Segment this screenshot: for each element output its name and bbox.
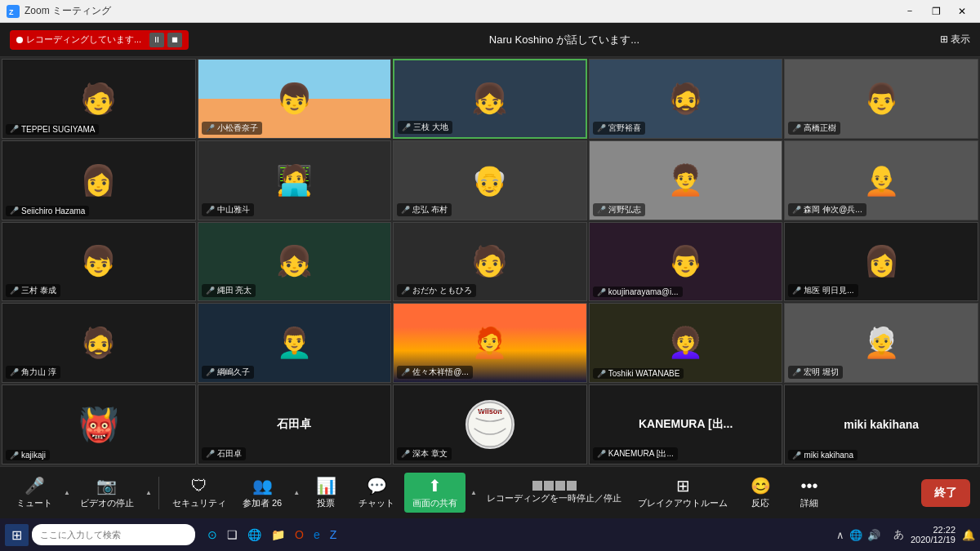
close-button[interactable]: ✕ bbox=[951, 3, 973, 20]
video-cell: 👧 🎤 三枝 大地 bbox=[393, 59, 587, 139]
zoom-toolbar: 🎤 ミュート ▲ 📷 ビデオの停止 ▲ 🛡 セキュリティ 👥 参加者 26 ▲ … bbox=[0, 466, 980, 518]
poll-icon: 📊 bbox=[316, 476, 336, 495]
video-cell: 🧑‍🦲 🎤 森岡 伸次@兵... bbox=[784, 140, 978, 220]
view-button[interactable]: ⊞ 表示 bbox=[940, 33, 970, 47]
reaction-label: 反応 bbox=[751, 497, 769, 509]
zoom-icon: Z bbox=[7, 5, 20, 18]
name-label: 🎤 旭医 明日見... bbox=[788, 284, 858, 297]
clock-time: 22:22 bbox=[911, 525, 956, 535]
taskbar-office-icon[interactable]: O bbox=[292, 526, 306, 544]
video-cell: Wilson 🎤 深本 章文 bbox=[393, 384, 587, 464]
breakout-label: ブレイクアウトルーム bbox=[638, 497, 728, 509]
camera-icon: 📷 bbox=[96, 476, 117, 495]
video-cell: 🧑‍💻 🎤 中山雅斗 bbox=[198, 140, 392, 220]
input-method-icon[interactable]: あ bbox=[893, 527, 904, 542]
name-label: 🎤 綱嶋久子 bbox=[202, 366, 254, 379]
speaker-indicator: Naru Koshino が話しています... bbox=[189, 33, 939, 47]
name-label: 🎤 忠弘 布村 bbox=[397, 203, 452, 216]
start-button[interactable]: ⊞ bbox=[5, 524, 29, 546]
taskbar-folder-icon[interactable]: 📁 bbox=[269, 526, 287, 544]
name-label: 🎤 三枝 大地 bbox=[398, 121, 452, 134]
taskbar-cortana-icon[interactable]: ⊙ bbox=[205, 526, 220, 544]
pause-button[interactable]: ⏸ bbox=[149, 33, 164, 47]
recording-toolbar-icon bbox=[532, 481, 577, 491]
chat-label: チャット bbox=[359, 497, 394, 509]
separator-1 bbox=[158, 477, 159, 509]
participants-icon: 👥 bbox=[252, 476, 273, 495]
participants-button[interactable]: 👥 参加者 26 bbox=[236, 473, 288, 513]
video-cell: 🧑‍🦱 🎤 河野弘志 bbox=[589, 140, 783, 220]
video-cell: 👩 🎤 Seiichiro Hazama bbox=[2, 140, 196, 220]
poll-button[interactable]: 📊 投票 bbox=[303, 473, 349, 513]
share-button[interactable]: ⬆ 画面の共有 bbox=[404, 473, 466, 513]
more-icon: ••• bbox=[800, 477, 817, 495]
name-label: 🎤 三村 泰成 bbox=[6, 284, 60, 297]
network-icon[interactable]: 🌐 bbox=[849, 529, 862, 541]
taskbar-zoom-icon[interactable]: Z bbox=[327, 526, 340, 544]
title-bar: Z Zoom ミーティング － ❐ ✕ bbox=[0, 0, 980, 23]
name-label: 🎤 中山雅斗 bbox=[202, 203, 254, 216]
name-label: 🎤 koujinarayama@i... bbox=[593, 287, 683, 297]
video-cell: 👦 🎤 小松香奈子 bbox=[198, 59, 392, 139]
name-label: 🎤 佐々木祥悟@... bbox=[397, 366, 473, 379]
tray-arrow-icon[interactable]: ∧ bbox=[836, 529, 844, 541]
recording-toolbar-label: レコーディングを一時停止／停止 bbox=[487, 492, 621, 504]
stop-button[interactable]: ⏹ bbox=[167, 33, 182, 47]
mic-icon: 🎤 bbox=[24, 476, 45, 495]
taskbar-clock: 22:22 2020/12/19 bbox=[911, 525, 956, 544]
recording-dot bbox=[16, 37, 23, 43]
taskbar-edge-icon[interactable]: 🌐 bbox=[245, 526, 264, 544]
name-label: 🎤 小松香奈子 bbox=[202, 122, 262, 135]
mute-button[interactable]: 🎤 ミュート bbox=[10, 473, 59, 513]
name-label: 🎤 高橋正樹 bbox=[788, 122, 840, 135]
name-label: 🎤 kajikaji bbox=[6, 450, 50, 460]
restore-button[interactable]: ❐ bbox=[924, 3, 947, 20]
taskbar-pinned-icons: ⊙ ❑ 🌐 📁 O e Z bbox=[205, 526, 339, 544]
video-cell: 🧑 🎤 TEPPEI SUGIYAMA bbox=[2, 59, 196, 139]
notification-icon[interactable]: 🔔 bbox=[962, 529, 975, 541]
end-button[interactable]: 終了 bbox=[921, 479, 970, 507]
name-label: 🎤 TEPPEI SUGIYAMA bbox=[6, 124, 99, 135]
video-grid: 🧑 🎤 TEPPEI SUGIYAMA 👦 🎤 小松香奈子 👧 🎤 三枝 大地 … bbox=[0, 57, 980, 466]
more-button[interactable]: ••• 詳細 bbox=[786, 473, 832, 513]
video-cell: 🧔 🎤 宮野裕喜 bbox=[589, 59, 783, 139]
name-label: 🎤 河野弘志 bbox=[593, 203, 645, 216]
svg-text:Z: Z bbox=[9, 8, 14, 16]
mute-caret[interactable]: ▲ bbox=[64, 489, 70, 496]
zoom-window: レコーディングしています... ⏸ ⏹ Naru Koshino が話しています… bbox=[0, 23, 980, 518]
name-label: 🎤 森岡 伸次@兵... bbox=[788, 203, 866, 216]
recording-button[interactable]: レコーディングを一時停止／停止 bbox=[480, 478, 628, 508]
volume-icon[interactable]: 🔊 bbox=[867, 529, 880, 541]
minimize-button[interactable]: － bbox=[898, 3, 921, 20]
taskbar-edge2-icon[interactable]: e bbox=[311, 526, 323, 544]
video-cell: 👨 🎤 高橋正樹 bbox=[784, 59, 978, 139]
share-icon: ⬆ bbox=[428, 476, 442, 495]
video-cell: 👩‍🦱 🎤 Toshiki WATANABE bbox=[589, 303, 783, 383]
notification-tray: ∧ 🌐 🔊 bbox=[830, 529, 887, 541]
name-label: 🎤 縄田 亮太 bbox=[202, 284, 256, 297]
breakout-button[interactable]: ⊞ ブレイクアウトルーム bbox=[631, 473, 734, 513]
reaction-button[interactable]: 😊 反応 bbox=[737, 473, 783, 513]
video-caret[interactable]: ▲ bbox=[145, 489, 152, 496]
video-cell: 👩 🎤 旭医 明日見... bbox=[784, 222, 978, 302]
taskbar-task-view-icon[interactable]: ❑ bbox=[225, 526, 240, 544]
security-button[interactable]: 🛡 セキュリティ bbox=[166, 473, 233, 513]
video-cell: 🧑 🎤 おだか ともひろ bbox=[393, 222, 587, 302]
share-caret[interactable]: ▲ bbox=[470, 489, 477, 496]
participants-label: 参加者 26 bbox=[243, 497, 282, 509]
name-label: 🎤 石田卓 bbox=[202, 447, 246, 460]
video-cell: 👴 🎤 忠弘 布村 bbox=[393, 140, 587, 220]
recording-controls: ⏸ ⏹ bbox=[149, 33, 182, 47]
chat-button[interactable]: 💬 チャット bbox=[352, 473, 401, 513]
clock-date: 2020/12/19 bbox=[911, 535, 956, 544]
recording-badge: レコーディングしています... ⏸ ⏹ bbox=[10, 30, 189, 50]
taskbar: ⊞ ⊙ ❑ 🌐 📁 O e Z ∧ 🌐 🔊 あ 22:22 2020/12/19… bbox=[0, 518, 980, 551]
video-button[interactable]: 📷 ビデオの停止 bbox=[74, 473, 140, 513]
participants-caret[interactable]: ▲ bbox=[293, 489, 300, 496]
video-cell: 👹 🎤 kajikaji bbox=[2, 384, 196, 464]
video-cell: 石田卓 🎤 石田卓 bbox=[198, 384, 392, 464]
taskbar-search[interactable] bbox=[32, 524, 195, 545]
name-label: 🎤 Toshiki WATANABE bbox=[593, 368, 684, 379]
security-label: セキュリティ bbox=[172, 497, 226, 509]
recording-label: レコーディングしています... bbox=[26, 33, 141, 46]
